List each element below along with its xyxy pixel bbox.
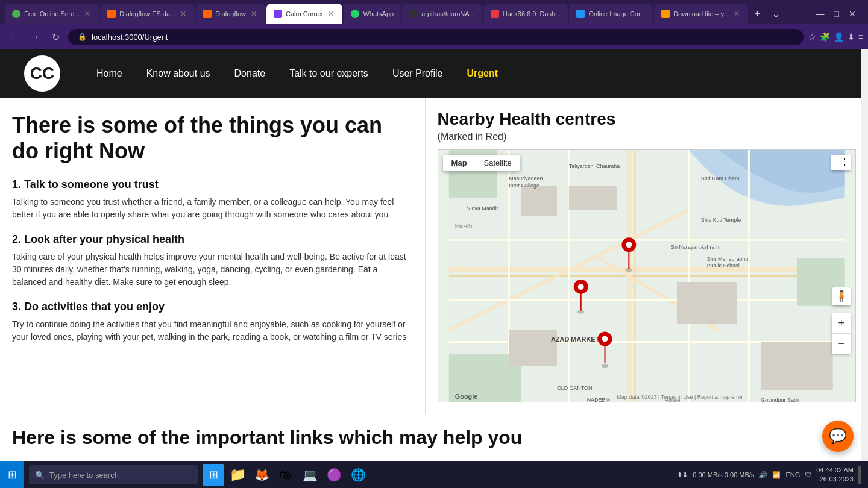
tab-whatsapp[interactable]: WhatsApp bbox=[344, 4, 401, 24]
tab-list-button[interactable]: ⌄ bbox=[767, 5, 785, 23]
main-heading: There is some of the things you can do r… bbox=[12, 112, 413, 164]
nav-talk-to-experts[interactable]: Talk to our experts bbox=[289, 68, 368, 79]
window-controls: — □ ✕ bbox=[816, 9, 863, 19]
tab-label-7: Hack36 6.0: Dash... bbox=[503, 10, 561, 17]
svg-text:Shri Mahaprabhu: Shri Mahaprabhu bbox=[706, 256, 748, 262]
svg-text:Sri Narayan Ashram: Sri Narayan Ashram bbox=[671, 244, 719, 250]
nav-know-about-us[interactable]: Know about us bbox=[146, 68, 210, 79]
tab-favicon-9 bbox=[661, 10, 670, 18]
tab-label-6: arpitras/teamNA... bbox=[421, 10, 475, 17]
map-container[interactable]: Map Satellite ⛶ bbox=[438, 149, 856, 402]
tab-close-3[interactable]: ✕ bbox=[250, 10, 258, 18]
tab-bar: Free Online Scre... ✕ Dialogflow ES da..… bbox=[0, 0, 868, 24]
map-view: AZAD MARKET ALLAHABAD GOVINDPUR Jishan M… bbox=[438, 150, 855, 402]
tab-github[interactable]: arpitras/teamNA... bbox=[402, 4, 482, 24]
zoom-in-button[interactable]: + bbox=[832, 313, 851, 334]
profile-icon[interactable]: 👤 bbox=[834, 32, 844, 42]
tab-close-2[interactable]: ✕ bbox=[179, 10, 187, 18]
svg-point-45 bbox=[601, 364, 608, 368]
tab-label-1: Free Online Scre... bbox=[24, 10, 80, 17]
tab-favicon-5 bbox=[351, 10, 359, 18]
tip-3-text: Try to continue doing the activities tha… bbox=[12, 318, 413, 343]
bottom-section: Here is some of the important links whic… bbox=[0, 414, 868, 449]
menu-icon[interactable]: ≡ bbox=[858, 32, 863, 42]
minimize-button[interactable]: — bbox=[816, 9, 825, 19]
tab-favicon-1 bbox=[12, 10, 20, 18]
maximize-button[interactable]: □ bbox=[834, 9, 839, 19]
tab-favicon-7 bbox=[491, 10, 499, 18]
svg-text:Teliyarganj Chauraha: Teliyarganj Chauraha bbox=[568, 163, 619, 169]
svg-text:AZAD MARKET: AZAD MARKET bbox=[551, 336, 600, 343]
svg-text:Map data ©2023 | Terms of Use : Map data ©2023 | Terms of Use | Report a… bbox=[617, 394, 743, 400]
reload-button[interactable]: ↻ bbox=[48, 29, 63, 45]
svg-text:OLD CANTON: OLD CANTON bbox=[557, 385, 592, 391]
svg-text:Vidya Mandir: Vidya Mandir bbox=[467, 205, 498, 211]
svg-rect-17 bbox=[521, 186, 557, 216]
main-content: There is some of the things you can do r… bbox=[0, 98, 868, 414]
left-panel: There is some of the things you can do r… bbox=[0, 98, 426, 414]
pegman-icon[interactable]: 🧍 bbox=[832, 287, 851, 305]
tab-favicon-8 bbox=[576, 10, 585, 18]
tab-dialogflow-es[interactable]: Dialogflow ES da... ✕ bbox=[100, 4, 195, 24]
tab-label-5: WhatsApp bbox=[363, 10, 394, 17]
address-text: localhost:3000/Urgent bbox=[92, 33, 168, 42]
bookmarks-icon[interactable]: ☆ bbox=[808, 32, 816, 42]
tab-close-9[interactable]: ✕ bbox=[732, 10, 741, 18]
tab-favicon-6 bbox=[409, 10, 418, 18]
tab-favicon-2 bbox=[107, 10, 116, 18]
tip-3: 3. Do activities that you enjoy Try to c… bbox=[12, 301, 413, 343]
chat-bubble-button[interactable]: 💬 bbox=[822, 421, 854, 449]
tab-free-online[interactable]: Free Online Scre... ✕ bbox=[5, 4, 99, 24]
browser-chrome: Free Online Scre... ✕ Dialogflow ES da..… bbox=[0, 0, 868, 49]
map-tab-satellite[interactable]: Satellite bbox=[476, 155, 520, 171]
svg-text:विद्या मंदिर: विद्या मंदिर bbox=[454, 224, 472, 229]
tab-label-9: Download file – y... bbox=[673, 10, 729, 17]
tab-online-image[interactable]: Online Image Cor... bbox=[569, 4, 653, 24]
tab-close-1[interactable]: ✕ bbox=[83, 10, 92, 18]
tip-2-text: Taking care of your physical health help… bbox=[12, 251, 413, 289]
zoom-out-button[interactable]: − bbox=[832, 334, 851, 354]
nav-menu: Home Know about us Donate Talk to our ex… bbox=[96, 68, 844, 79]
tip-1-text: Talking to someone you trust whether a f… bbox=[12, 196, 413, 221]
svg-rect-18 bbox=[568, 186, 617, 210]
tab-label-8: Online Image Cor... bbox=[588, 10, 646, 17]
svg-point-50 bbox=[577, 284, 583, 290]
nav-user-profile[interactable]: User Profile bbox=[392, 68, 443, 79]
nav-home[interactable]: Home bbox=[96, 68, 122, 79]
svg-text:Public School: Public School bbox=[706, 263, 739, 269]
site-logo: CC bbox=[24, 55, 60, 92]
new-tab-button[interactable]: + bbox=[749, 5, 766, 23]
address-bar[interactable]: 🔒 localhost:3000/Urgent bbox=[68, 29, 804, 45]
svg-point-53 bbox=[626, 242, 632, 248]
map-subtitle: (Marked in Red) bbox=[438, 131, 856, 142]
bottom-heading: Here is some of the important links whic… bbox=[12, 427, 856, 449]
scroll-track[interactable] bbox=[861, 49, 868, 449]
tip-3-title: 3. Do activities that you enjoy bbox=[12, 301, 413, 313]
tab-favicon-3 bbox=[203, 10, 212, 18]
tab-calm-corner[interactable]: Calm Corner ✕ bbox=[266, 4, 342, 24]
tip-1: 1. Talk to someone you trust Talking to … bbox=[12, 178, 413, 221]
close-button[interactable]: ✕ bbox=[849, 9, 856, 19]
download-icon[interactable]: ⬇ bbox=[848, 32, 855, 42]
tab-dialogflow[interactable]: Dialogflow ✕ bbox=[196, 4, 265, 24]
map-tab-map[interactable]: Map bbox=[443, 155, 476, 171]
svg-rect-21 bbox=[761, 342, 832, 390]
nav-urgent[interactable]: Urgent bbox=[467, 68, 498, 79]
fullscreen-button[interactable]: ⛶ bbox=[831, 155, 851, 170]
tip-1-title: 1. Talk to someone you trust bbox=[12, 178, 413, 191]
extensions-icon[interactable]: 🧩 bbox=[820, 32, 830, 42]
chat-icon: 💬 bbox=[829, 428, 847, 445]
map-section-title: Nearby Health centres bbox=[438, 110, 856, 129]
forward-button[interactable]: → bbox=[27, 29, 43, 45]
svg-rect-19 bbox=[677, 282, 737, 324]
tab-label-4: Calm Corner bbox=[286, 10, 323, 17]
tip-2-title: 2. Look after your physical health bbox=[12, 233, 413, 246]
nav-donate[interactable]: Donate bbox=[234, 68, 266, 79]
back-button[interactable]: ← bbox=[5, 29, 22, 45]
tab-download[interactable]: Download file – y... ✕ bbox=[654, 4, 748, 24]
tab-close-4[interactable]: ✕ bbox=[327, 10, 335, 18]
svg-rect-20 bbox=[509, 330, 557, 366]
tab-favicon-4 bbox=[274, 10, 282, 18]
tab-hack36[interactable]: Hack36 6.0: Dash... bbox=[483, 4, 568, 24]
tab-label-2: Dialogflow ES da... bbox=[119, 10, 175, 17]
